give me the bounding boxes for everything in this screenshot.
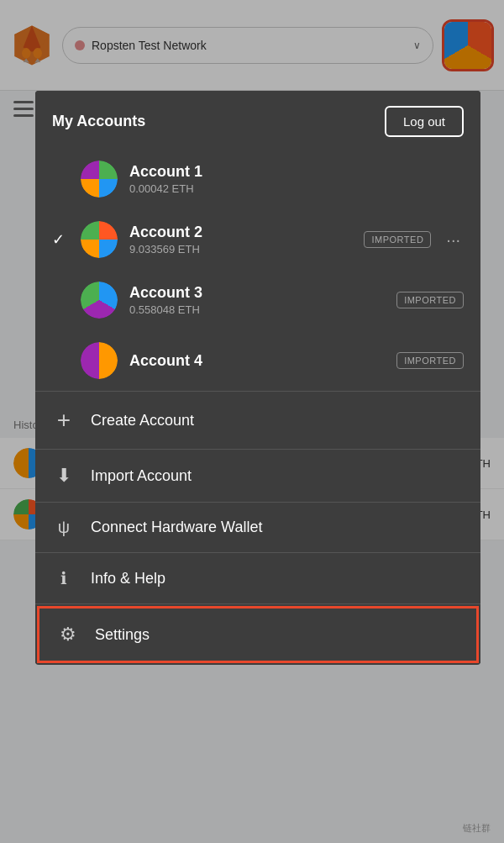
account-3-name: Account 3: [129, 284, 385, 302]
account-4-imported-badge: IMPORTED: [396, 352, 464, 369]
accounts-dropdown-panel: My Accounts Log out Account 1 0.00042 ET…: [35, 91, 480, 665]
connect-hardware-label: Connect Hardware Wallet: [91, 519, 262, 536]
import-account-icon: ⬇: [52, 465, 76, 487]
account-item-3[interactable]: Account 3 0.558048 ETH IMPORTED: [35, 270, 480, 330]
account-3-avatar: [81, 282, 118, 319]
logout-button[interactable]: Log out: [385, 106, 464, 137]
account-2-avatar: [81, 221, 118, 258]
account-2-balance: 9.033569 ETH: [129, 243, 352, 256]
account-3-info: Account 3 0.558048 ETH: [129, 284, 385, 316]
account-2-name: Account 2: [129, 224, 352, 241]
account-3-balance: 0.558048 ETH: [129, 303, 385, 316]
account-item-4[interactable]: Account 4 IMPORTED: [35, 330, 480, 392]
create-account-icon: +: [52, 407, 76, 434]
account-2-imported-badge: IMPORTED: [364, 231, 431, 248]
menu-items-list: + Create Account ⬇ Import Account ψ Conn…: [35, 392, 480, 663]
account-4-avatar: [81, 342, 118, 379]
account-4-name: Account 4: [129, 352, 385, 370]
info-help-menu-item[interactable]: ℹ Info & Help: [35, 553, 480, 604]
account-item-2[interactable]: ✓ Account 2 9.033569 ETH IMPORTED ···: [35, 209, 480, 270]
connect-hardware-icon: ψ: [52, 518, 76, 537]
account-4-info: Account 4: [129, 352, 385, 370]
account-2-more-button[interactable]: ···: [443, 227, 464, 253]
account-1-avatar: [81, 161, 118, 198]
create-account-label: Create Account: [91, 412, 194, 429]
panel-title: My Accounts: [52, 113, 145, 130]
account-2-check: ✓: [52, 230, 69, 249]
account-3-imported-badge: IMPORTED: [396, 292, 464, 308]
connect-hardware-menu-item[interactable]: ψ Connect Hardware Wallet: [35, 503, 480, 553]
settings-menu-item[interactable]: ⚙ Settings: [37, 606, 479, 663]
import-account-label: Import Account: [91, 467, 192, 485]
info-help-label: Info & Help: [91, 570, 165, 587]
import-account-menu-item[interactable]: ⬇ Import Account: [35, 450, 480, 503]
panel-header: My Accounts Log out: [35, 91, 480, 149]
account-1-balance: 0.00042 ETH: [129, 182, 464, 195]
create-account-menu-item[interactable]: + Create Account: [35, 392, 480, 450]
account-2-info: Account 2 9.033569 ETH: [129, 224, 352, 256]
info-help-icon: ℹ: [52, 568, 76, 588]
settings-icon: ⚙: [56, 624, 80, 645]
account-1-info: Account 1 0.00042 ETH: [129, 163, 464, 195]
settings-label: Settings: [95, 626, 150, 644]
account-item-1[interactable]: Account 1 0.00042 ETH: [35, 149, 480, 209]
accounts-list: Account 1 0.00042 ETH ✓ Account 2 9.0335…: [35, 149, 480, 392]
account-1-name: Account 1: [129, 163, 464, 181]
